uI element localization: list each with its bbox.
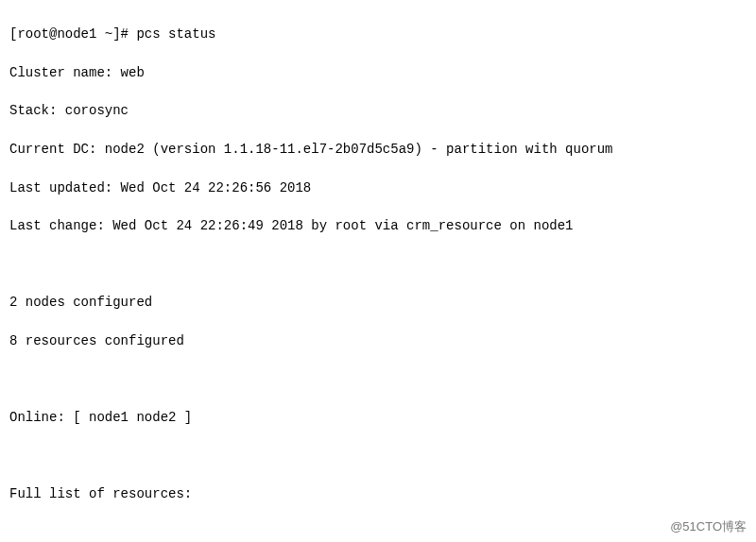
- last-change: Last change: Wed Oct 24 22:26:49 2018 by…: [9, 216, 747, 235]
- nodes-configured: 2 nodes configured: [9, 293, 747, 312]
- blank-line: [9, 370, 747, 389]
- blank-line: [9, 447, 747, 466]
- command-line: [root@node1 ~]# pcs status: [9, 25, 747, 43]
- cluster-name: Cluster name: web: [9, 63, 747, 82]
- blank-line: [9, 255, 747, 274]
- last-updated: Last updated: Wed Oct 24 22:26:56 2018: [9, 178, 747, 197]
- blank-line: [9, 523, 747, 542]
- full-list-header: Full list of resources:: [9, 484, 747, 503]
- current-dc: Current DC: node2 (version 1.1.18-11.el7…: [9, 140, 747, 159]
- watermark: @51CTO博客: [670, 518, 747, 536]
- entered-command: pcs status: [136, 26, 215, 42]
- resources-configured: 8 resources configured: [9, 331, 747, 350]
- prompt: [root@node1 ~]#: [9, 26, 136, 42]
- online-nodes: Online: [ node1 node2 ]: [9, 408, 747, 427]
- stack: Stack: corosync: [9, 101, 747, 120]
- terminal-output: [root@node1 ~]# pcs status Cluster name:…: [9, 6, 747, 542]
